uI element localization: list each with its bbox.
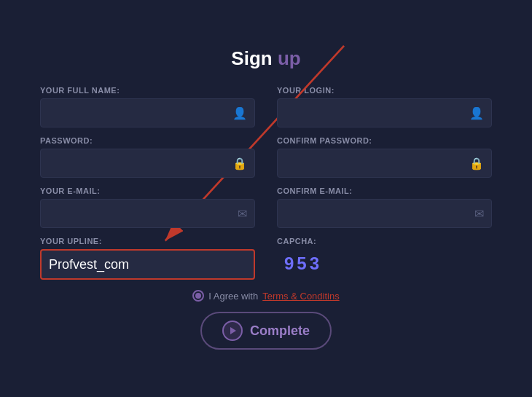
confirm-password-label: CONFIRM PASSWORD: — [277, 136, 492, 145]
email-input-wrapper: ✉ — [40, 199, 255, 228]
user-icon-2: 👤 — [469, 106, 484, 120]
full-name-group: YOUR FULL NAME: 👤 — [40, 86, 255, 127]
confirm-email-label: CONFIRM E-MAIL: — [277, 186, 492, 195]
login-input[interactable] — [278, 99, 491, 127]
full-name-input[interactable] — [41, 99, 254, 127]
complete-play-icon — [222, 321, 243, 341]
user-icon: 👤 — [232, 106, 247, 120]
password-input[interactable] — [41, 149, 254, 177]
agree-radio[interactable] — [192, 290, 204, 302]
email-label: YOUR E-MAIL: — [40, 186, 255, 195]
complete-button-label: Complete — [250, 323, 310, 339]
confirm-password-input[interactable] — [278, 149, 491, 177]
captcha-label: CAPCHA: — [277, 237, 492, 245]
login-input-wrapper: 👤 — [277, 98, 492, 127]
agree-row: I Agree with Terms & Conditins — [40, 290, 492, 302]
full-name-input-wrapper: 👤 — [40, 98, 255, 127]
password-group: PASSWORD: 🔒 — [40, 136, 255, 178]
confirm-email-group: CONFIRM E-MAIL: ✉ — [277, 186, 492, 228]
full-name-label: YOUR FULL NAME: — [40, 86, 255, 95]
upline-group: YOUR UPLINE: — [40, 237, 255, 280]
confirm-password-input-wrapper: 🔒 — [277, 149, 492, 178]
password-input-wrapper: 🔒 — [40, 149, 255, 178]
agree-radio-inner — [195, 293, 201, 299]
signup-container: Sign up YOUR FULL NAME: 👤 YOUR LOGIN: 👤 … — [18, 33, 514, 364]
email-icon-2: ✉ — [474, 207, 484, 221]
captcha-group: CAPCHA: 953 — [277, 237, 492, 280]
lock-icon: 🔒 — [232, 157, 247, 170]
email-input[interactable] — [41, 200, 254, 227]
agree-text: I Agree with — [208, 291, 258, 302]
confirm-password-group: CONFIRM PASSWORD: 🔒 — [277, 136, 492, 178]
upline-input-wrapper — [40, 249, 255, 280]
confirm-email-input[interactable] — [278, 200, 491, 227]
terms-link[interactable]: Terms & Conditins — [262, 291, 339, 302]
captcha-value: 953 — [277, 249, 492, 278]
email-icon: ✉ — [238, 207, 247, 221]
login-label: YOUR LOGIN: — [277, 86, 492, 95]
form-grid: YOUR FULL NAME: 👤 YOUR LOGIN: 👤 PASSWORD… — [40, 86, 492, 280]
upline-label: YOUR UPLINE: — [40, 237, 255, 245]
login-group: YOUR LOGIN: 👤 — [277, 86, 492, 127]
confirm-email-input-wrapper: ✉ — [277, 199, 492, 228]
lock-icon-2: 🔒 — [469, 157, 484, 170]
upline-input[interactable] — [42, 251, 254, 278]
complete-button[interactable]: Complete — [200, 312, 332, 350]
password-label: PASSWORD: — [40, 136, 255, 145]
page-title: Sign up — [40, 47, 492, 70]
email-group: YOUR E-MAIL: ✉ — [40, 186, 255, 228]
